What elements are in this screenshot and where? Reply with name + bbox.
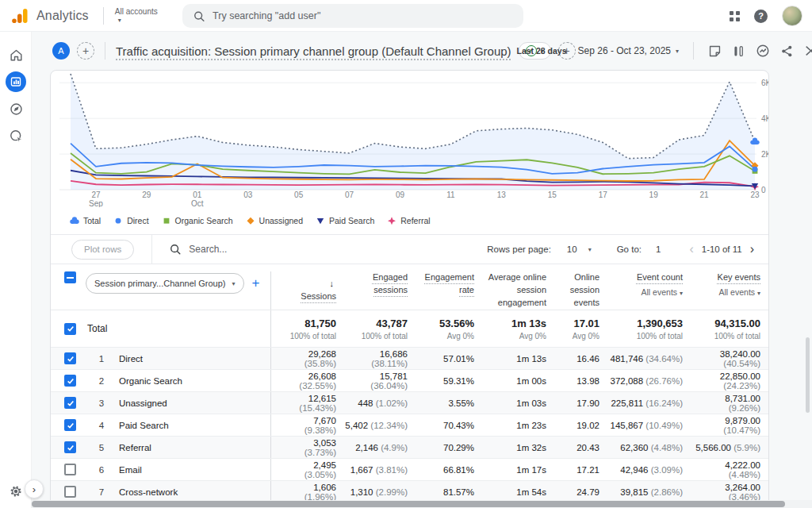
entity-avatar[interactable]: A — [52, 42, 70, 60]
legend-label: Unassigned — [259, 216, 303, 225]
metric-cell: 3,264.00 (3.46%) — [691, 483, 768, 502]
metric-cell: 448 (1.02%) — [344, 398, 416, 408]
sidebar-item-home[interactable] — [0, 41, 32, 68]
account-switcher[interactable]: All accounts ▾ — [115, 8, 158, 24]
metric-cell: 1m 13s — [482, 354, 554, 364]
row-index: 4 — [86, 421, 117, 430]
metric-cell: 7,670 (9.38%) — [270, 414, 344, 436]
row-checkbox[interactable] — [64, 441, 76, 453]
x-axis-label: 01 — [193, 190, 202, 199]
report-title[interactable]: Traffic acquisition: Session primary cha… — [116, 44, 511, 58]
metric-cell: 70.29% — [416, 443, 482, 452]
goto-label: Go to: — [617, 244, 642, 254]
legend-item: Unassigned — [246, 216, 303, 225]
chevron-down-icon[interactable]: ▾ — [588, 246, 592, 253]
sidebar-item-explore[interactable] — [0, 95, 32, 122]
column-header-engaged-sessions[interactable]: Engaged sessions — [344, 271, 416, 297]
x-axis-sublabel: Oct — [191, 199, 204, 208]
metric-cell: 5,566.00 (5.9%) — [691, 443, 768, 452]
metric-cell: 70.43% — [416, 421, 482, 430]
notes-icon[interactable] — [708, 44, 722, 58]
add-comparison-button[interactable]: + — [77, 42, 94, 60]
chevron-down-icon: ▾ — [757, 290, 760, 297]
global-search[interactable] — [182, 4, 523, 28]
table-search-input[interactable] — [189, 244, 363, 255]
date-range-text: Sep 26 - Oct 23, 2025 — [578, 45, 671, 56]
x-axis-label: 23 — [750, 190, 760, 199]
total-cell: 1,390,653100% of total — [607, 318, 691, 341]
metric-filter[interactable]: All events ▾ — [607, 287, 683, 298]
rows-per-page-value[interactable]: 10 — [567, 244, 577, 254]
table-body: 1Direct29,268 (35.8%)16,686 (38.11%)57.0… — [51, 347, 768, 502]
gear-icon — [9, 484, 23, 498]
add-dimension-button[interactable]: + — [252, 275, 260, 291]
share-icon[interactable] — [780, 44, 794, 58]
clipped-edge-icon[interactable] — [804, 44, 812, 58]
chart-legend: TotalDirectOrganic SearchUnassignedPaid … — [51, 212, 768, 229]
row-checkbox[interactable] — [64, 375, 76, 387]
metric-cell: 1m 32s — [482, 443, 554, 452]
legend-label: Direct — [127, 216, 148, 225]
plot-rows-button[interactable]: Plot rows — [71, 240, 134, 260]
metric-cell: 3.55% — [416, 398, 482, 408]
sidebar-item-reports[interactable] — [0, 68, 32, 95]
column-header-engagement-rate[interactable]: Engagement rate — [416, 271, 482, 297]
sidebar-item-advertising[interactable] — [0, 122, 32, 149]
divider — [151, 235, 152, 264]
brand-title: Analytics — [36, 9, 89, 23]
vertical-scrollbar-thumb[interactable] — [806, 337, 810, 413]
row-index: 2 — [86, 376, 117, 386]
horizontal-scrollbar-thumb[interactable] — [32, 501, 785, 507]
table-row: 6Email2,495 (3.05%)1,667 (3.81%)66.81%1m… — [51, 458, 768, 480]
total-cell: 1m 13sAvg 0% — [482, 318, 554, 341]
row-checkbox[interactable] — [64, 397, 76, 409]
column-header-sessions[interactable]: ↓Sessions — [270, 271, 344, 310]
table-search[interactable] — [170, 244, 487, 255]
next-page-icon[interactable]: › — [747, 243, 757, 256]
metric-cell: 1m 00s — [482, 376, 554, 386]
dimension-dropdown[interactable]: Session primary...Channel Group) ▾ — [86, 273, 244, 294]
column-header-average-online-session-engagement[interactable]: Average online session engagement — [482, 271, 554, 310]
apps-grid-icon[interactable] — [730, 11, 740, 21]
user-avatar[interactable] — [782, 6, 802, 26]
channel-name: Cross-network — [117, 487, 270, 497]
date-preset-label: Last 28 days — [517, 46, 567, 56]
y-axis-label: 0 — [761, 186, 766, 194]
topbar: Analytics All accounts ▾ ? — [0, 0, 812, 32]
help-icon[interactable]: ? — [754, 10, 768, 23]
row-checkbox[interactable] — [64, 352, 76, 364]
insights-icon[interactable] — [756, 44, 770, 58]
metric-cell: 38,240.00 (40.54%) — [691, 349, 768, 368]
row-index: 7 — [86, 487, 117, 497]
select-all-checkbox[interactable] — [64, 271, 76, 283]
horizontal-scrollbar[interactable] — [32, 500, 812, 508]
metric-cell: 1m 54s — [482, 487, 554, 497]
metric-cell: 1,310 (2.99%) — [344, 487, 416, 497]
goto-page-value[interactable]: 1 — [656, 244, 661, 254]
row-checkbox[interactable] — [64, 486, 76, 498]
prev-page-icon[interactable]: ‹ — [686, 243, 696, 256]
bar-chart-icon — [10, 76, 21, 87]
expand-nav-button[interactable]: › — [25, 479, 44, 498]
rows-per-page-label: Rows per page: — [487, 244, 551, 254]
y-axis-label: 6K — [761, 79, 768, 87]
comparison-icon[interactable] — [732, 44, 745, 58]
legend-label: Referral — [400, 216, 430, 225]
metric-filter[interactable]: All events ▾ — [691, 287, 760, 298]
x-axis-label: 27 — [91, 190, 101, 199]
total-cell: 94,315.00100% of total — [691, 318, 768, 341]
account-switcher-label: All accounts — [115, 8, 158, 16]
channel-name: Paid Search — [117, 421, 270, 430]
column-header-key-events[interactable]: Key eventsAll events ▾ — [691, 271, 768, 298]
date-range-picker[interactable]: Sep 26 - Oct 23, 2025 ▾ — [578, 45, 679, 56]
row-checkbox[interactable] — [64, 419, 76, 431]
total-row-checkbox[interactable] — [64, 323, 76, 335]
column-header-online-session-events[interactable]: Online session events — [554, 271, 607, 310]
metric-cell: 29,268 (35.8%) — [270, 348, 344, 369]
global-search-input[interactable] — [213, 10, 512, 21]
metric-cell: 17.21 — [554, 465, 607, 475]
column-header-event-count[interactable]: Event countAll events ▾ — [607, 271, 691, 298]
row-checkbox[interactable] — [64, 464, 76, 475]
metric-cell: 145,867 (10.49%) — [607, 421, 691, 430]
metric-cell: 13.98 — [554, 376, 607, 386]
